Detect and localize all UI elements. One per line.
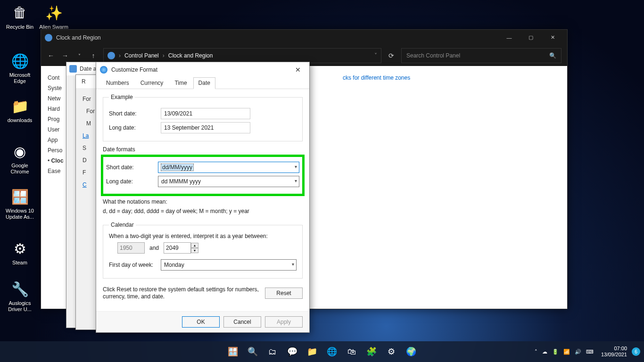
wifi-icon[interactable]: 📶 [563,349,570,355]
icon-glyph: 🪟 [10,187,30,206]
and-label: and [149,245,159,251]
short-date-format-combo[interactable]: dd/MM/yyyy ▾ [158,162,299,173]
first-day-value: Monday [164,262,184,268]
search-input[interactable]: Search Control Panel 🔍 [401,48,561,63]
chevron-down-icon: ▾ [295,164,297,169]
highlight-box: Short date: dd/MM/yyyy ▾ Long date: dd M… [101,155,305,196]
dialog-title: Customize Format [111,66,287,73]
store-button[interactable]: 🛍 [344,344,360,360]
chevron-down-icon: ▾ [292,262,294,267]
tray-overflow-icon[interactable]: ˄ [535,349,537,355]
minimize-button[interactable]: — [498,30,520,45]
year-to-spinner[interactable]: ▲▼ [191,243,198,253]
tab-currency[interactable]: Currency [135,77,169,89]
long-date-example: 13 September 2021 [161,122,250,133]
close-button[interactable]: ✕ [542,30,563,45]
icon-glyph: 🔧 [10,279,30,299]
desktop-icon[interactable]: 🌐Microsoft Edge [3,51,37,84]
cancel-button[interactable]: Cancel [223,316,261,328]
app-icon [45,34,52,41]
start-button[interactable]: 🪟 [225,344,241,360]
app-button-1[interactable]: 🧩 [363,344,380,360]
clock[interactable]: 07:00 13/09/2021 [601,346,627,358]
tab-date[interactable]: Date [193,77,215,89]
desktop-icon[interactable]: 📁downloads [3,96,37,123]
refresh-button[interactable]: ⟳ [387,52,396,59]
icon-label: Windows 10 Update As... [3,208,37,220]
tab-time[interactable]: Time [169,77,192,89]
search-icon[interactable]: 🔍 [549,52,556,59]
apply-button[interactable]: Apply [265,316,303,328]
globe-icon [107,52,115,59]
desktop-icon[interactable]: ◉Google Chrome [3,141,37,175]
icon-glyph: 🌐 [10,51,30,71]
window-titlebar[interactable]: Clock and Region — ▢ ✕ [41,30,567,45]
calendar-group: Calendar When a two-digit year is entere… [103,222,303,279]
taskbar[interactable]: 🪟 🔍 🗂 💬 📁 🌐 🛍 🧩 ⚙ 🌍 ˄ ☁ 🔋 📶 🔊 ⌨ 07:00 13… [0,341,644,362]
dropdown-icon[interactable]: ˅ [374,52,377,59]
tab-strip: NumbersCurrencyTimeDate [96,77,309,89]
date-text: 13/09/2021 [601,352,627,358]
short-date-example: 13/09/2021 [161,108,250,119]
long-date-format-combo[interactable]: dd MMMM yyyy ▾ [158,176,299,187]
desktop-icon[interactable]: ✨Alien Swarm [37,3,71,30]
breadcrumb-root[interactable]: Control Panel [124,52,159,59]
desktop-icon[interactable]: 🪟Windows 10 Update As... [3,187,37,220]
volume-icon[interactable]: 🔊 [575,349,581,355]
tab-behind: R [82,78,86,85]
dialog-titlebar[interactable]: Customize Format ✕ [96,62,309,77]
dialog-icon [100,66,107,74]
edge-button[interactable]: 🌐 [324,344,340,360]
year-from-field: 1950 [117,242,145,254]
search-button[interactable]: 🔍 [245,344,261,360]
notification-badge[interactable]: 6 [632,347,640,356]
desktop-icon[interactable]: 🔧Auslogics Driver U... [3,279,37,313]
long-date-format-label: Long date: [106,178,158,185]
short-date-format-label: Short date: [106,164,158,171]
timezone-link[interactable]: cks for different time zones [343,74,410,81]
input-icon[interactable]: ⌨ [586,349,594,355]
notation-body: d, dd = day; ddd, dddd = day of week; M … [103,207,303,215]
task-view-button[interactable]: 🗂 [264,344,281,360]
back-button[interactable]: ← [47,52,55,59]
reset-button[interactable]: Reset [265,288,303,299]
icon-glyph: 🗑 [10,3,30,23]
first-day-label: First day of week: [109,262,161,268]
notation-head: What the notations mean: [103,198,303,206]
long-date-label: Long date: [109,124,161,131]
short-date-label: Short date: [109,110,161,117]
taskbar-center: 🪟 🔍 🗂 💬 📁 🌐 🛍 🧩 ⚙ 🌍 [225,344,419,360]
chat-button[interactable]: 💬 [284,344,300,360]
icon-label: downloads [3,117,37,123]
system-tray[interactable]: ˄ ☁ 🔋 📶 🔊 ⌨ 07:00 13/09/2021 6 [535,346,640,358]
customize-format-dialog: Customize Format ✕ NumbersCurrencyTimeDa… [96,62,310,333]
recent-button[interactable]: ˅ [75,53,83,58]
tab-numbers[interactable]: Numbers [101,77,134,89]
icon-label: Steam [3,260,37,266]
icon-glyph: ⚙ [10,239,30,258]
up-button[interactable]: ↑ [89,52,98,59]
calendar-legend: Calendar [109,222,136,228]
breadcrumb-page[interactable]: Clock and Region [168,52,213,59]
maximize-button[interactable]: ▢ [520,30,542,45]
app-button-2[interactable]: ⚙ [383,344,399,360]
year-to-field[interactable]: 2049 [164,242,191,254]
desktop-icon[interactable]: 🗑Recycle Bin [3,3,37,30]
icon-label: Recycle Bin [3,24,37,30]
address-bar[interactable]: › Control Panel › Clock and Region ˅ [103,48,381,63]
explorer-button[interactable]: 📁 [304,344,320,360]
icon-label: Auslogics Driver U... [3,300,37,313]
forward-button[interactable]: → [61,52,69,59]
region-button[interactable]: 🌍 [403,344,419,360]
first-day-combo[interactable]: Monday ▾ [161,259,297,271]
dialog-title-behind1: Date a [80,66,96,72]
onedrive-icon[interactable]: ☁ [542,349,547,355]
close-button[interactable]: ✕ [290,66,305,74]
chevron-down-icon: ▾ [295,178,297,183]
example-legend: Example [109,94,135,100]
long-date-format-value: dd MMMM yyyy [161,178,201,185]
battery-icon[interactable]: 🔋 [552,349,559,355]
ok-button[interactable]: OK [182,316,220,328]
desktop-icon[interactable]: ⚙Steam [3,239,37,266]
dialog-icon [69,65,77,73]
